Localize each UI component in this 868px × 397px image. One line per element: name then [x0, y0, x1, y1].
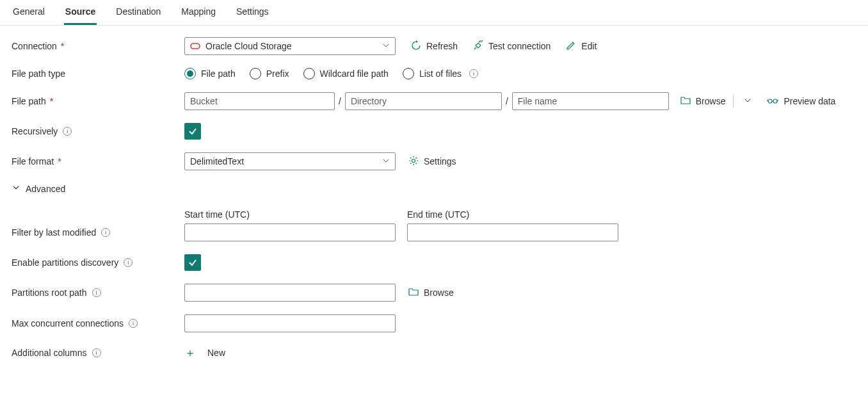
required-asterisk: *: [61, 41, 64, 51]
path-separator: /: [506, 96, 508, 106]
tab-bar: General Source Destination Mapping Setti…: [0, 0, 868, 26]
additional-columns-label: Additional columns: [12, 348, 87, 358]
connection-value: Oracle Cloud Storage: [205, 41, 292, 51]
pencil-icon: [566, 40, 576, 53]
preview-data-button[interactable]: Preview data: [767, 96, 835, 106]
info-icon[interactable]: i: [469, 69, 478, 78]
check-icon: [188, 127, 197, 136]
recursively-checkbox[interactable]: [184, 123, 201, 140]
edit-button[interactable]: Edit: [566, 40, 597, 53]
check-icon: [188, 258, 197, 267]
file-format-label: File format: [12, 156, 54, 166]
svg-point-3: [412, 159, 415, 162]
info-icon[interactable]: i: [63, 127, 72, 136]
enable-partitions-label: Enable partitions discovery: [12, 257, 118, 268]
radio-file-path[interactable]: File path: [184, 68, 236, 79]
plus-icon: ＋: [184, 345, 196, 361]
enable-partitions-checkbox[interactable]: [184, 254, 201, 271]
plug-icon: [473, 40, 483, 53]
file-path-label: File path: [12, 96, 46, 106]
path-separator: /: [339, 96, 341, 106]
new-column-button[interactable]: ＋ New: [184, 345, 225, 361]
filename-input[interactable]: [512, 92, 669, 110]
start-time-label: Start time (UTC): [184, 209, 396, 220]
directory-input[interactable]: [345, 92, 502, 110]
end-time-label: End time (UTC): [407, 209, 618, 220]
partitions-root-path-input[interactable]: [184, 284, 396, 302]
folder-icon: [680, 96, 691, 107]
bucket-input[interactable]: [184, 92, 335, 110]
connection-label: Connection: [12, 41, 57, 51]
tab-mapping[interactable]: Mapping: [180, 4, 217, 25]
file-path-type-radio-group: File path Prefix Wildcard file path List…: [184, 68, 478, 79]
format-settings-button[interactable]: Settings: [408, 156, 456, 168]
advanced-toggle[interactable]: Advanced: [12, 183, 65, 194]
radio-wildcard[interactable]: Wildcard file path: [303, 68, 389, 79]
oracle-icon: [190, 42, 200, 50]
info-icon[interactable]: i: [92, 348, 101, 357]
radio-prefix[interactable]: Prefix: [250, 68, 289, 79]
refresh-icon: [411, 40, 421, 53]
gear-icon: [408, 156, 419, 168]
max-concurrent-label: Max concurrent connections: [12, 318, 124, 328]
test-connection-button[interactable]: Test connection: [473, 40, 551, 53]
info-icon[interactable]: i: [124, 258, 133, 267]
radio-circle-icon: [184, 68, 196, 79]
radio-circle-icon: [250, 68, 261, 79]
filter-by-last-modified-label: Filter by last modified: [12, 227, 96, 238]
required-asterisk: *: [58, 156, 61, 166]
tab-source[interactable]: Source: [64, 4, 97, 25]
file-format-value: DelimitedText: [190, 156, 244, 166]
separator: [733, 95, 734, 108]
chevron-down-icon: [382, 41, 390, 51]
connection-select[interactable]: Oracle Cloud Storage: [184, 37, 396, 55]
start-time-input[interactable]: [184, 223, 396, 241]
max-concurrent-input[interactable]: [184, 314, 396, 332]
chevron-down-icon: [12, 183, 20, 194]
folder-icon: [408, 288, 419, 298]
browse-button[interactable]: Browse: [680, 96, 726, 107]
svg-point-1: [768, 99, 772, 103]
form-area: Connection * Oracle Cloud Storage Refres…: [0, 26, 868, 385]
radio-list-of-files[interactable]: List of files i: [403, 68, 478, 79]
recursively-label: Recursively: [12, 126, 58, 136]
refresh-button[interactable]: Refresh: [411, 40, 458, 53]
partitions-root-path-label: Partitions root path: [12, 288, 87, 298]
info-icon[interactable]: i: [129, 319, 138, 328]
info-icon[interactable]: i: [101, 228, 110, 237]
info-icon[interactable]: i: [92, 288, 101, 297]
radio-circle-icon: [403, 68, 414, 79]
file-path-type-label: File path type: [12, 69, 65, 79]
chevron-down-icon: [382, 156, 390, 166]
svg-point-2: [773, 99, 777, 103]
partitions-browse-button[interactable]: Browse: [408, 288, 454, 298]
glasses-icon: [767, 96, 778, 106]
tab-general[interactable]: General: [12, 4, 46, 25]
end-time-input[interactable]: [407, 223, 618, 241]
radio-circle-icon: [303, 68, 315, 79]
svg-rect-0: [191, 44, 200, 49]
tab-settings[interactable]: Settings: [235, 4, 270, 25]
tab-destination[interactable]: Destination: [115, 4, 162, 25]
required-asterisk: *: [50, 96, 53, 106]
browse-dropdown-button[interactable]: [741, 96, 754, 106]
file-format-select[interactable]: DelimitedText: [184, 152, 396, 170]
